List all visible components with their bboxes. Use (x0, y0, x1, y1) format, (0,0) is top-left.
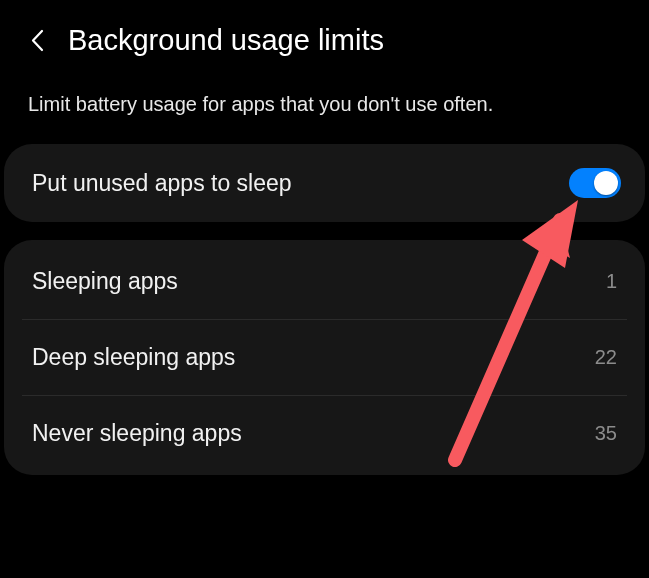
list-card: Sleeping apps 1 Deep sleeping apps 22 Ne… (4, 240, 645, 475)
toggle-label: Put unused apps to sleep (32, 170, 292, 197)
list-item-count: 35 (595, 422, 617, 445)
list-item-deep-sleeping-apps[interactable]: Deep sleeping apps 22 (22, 319, 627, 395)
list-item-sleeping-apps[interactable]: Sleeping apps 1 (22, 244, 627, 319)
list-item-label: Never sleeping apps (32, 420, 242, 447)
page-description: Limit battery usage for apps that you do… (0, 75, 649, 144)
toggle-row-unused-apps[interactable]: Put unused apps to sleep (4, 144, 645, 222)
list-item-label: Sleeping apps (32, 268, 178, 295)
toggle-switch[interactable] (569, 168, 621, 198)
toggle-card: Put unused apps to sleep (4, 144, 645, 222)
list-item-label: Deep sleeping apps (32, 344, 235, 371)
page-title: Background usage limits (68, 24, 384, 57)
list-item-count: 22 (595, 346, 617, 369)
header: Background usage limits (0, 0, 649, 75)
list-item-never-sleeping-apps[interactable]: Never sleeping apps 35 (22, 395, 627, 471)
list-item-count: 1 (606, 270, 617, 293)
toggle-knob (594, 171, 618, 195)
back-icon[interactable] (28, 32, 46, 50)
